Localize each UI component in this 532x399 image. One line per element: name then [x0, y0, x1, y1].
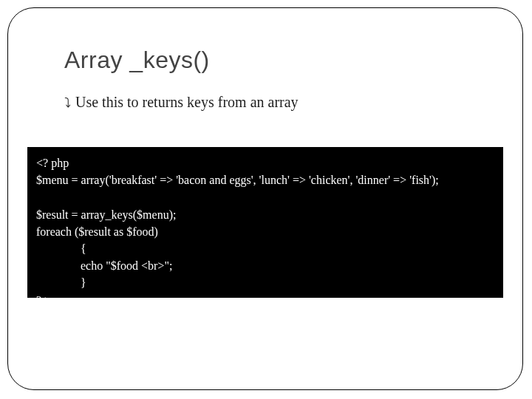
subtitle-text: Use this to returns keys from an array — [75, 94, 299, 111]
slide-frame: Array _keys() ⤵ Use this to returns keys… — [7, 7, 523, 390]
slide-title: Array _keys() — [64, 47, 210, 74]
bullet-icon: ⤵ — [64, 96, 71, 109]
code-line-4: $result = array_keys($menu); — [36, 208, 176, 221]
code-line-8: } — [36, 276, 86, 289]
subtitle-row: ⤵ Use this to returns keys from an array — [64, 94, 299, 111]
code-line-5: foreach ($result as $food) — [36, 225, 158, 238]
code-line-9: ? > — [36, 294, 51, 299]
code-line-6: { — [36, 242, 86, 255]
code-line-2: $menu = array('breakfast' => 'bacon and … — [36, 174, 439, 186]
code-line-1: <? php — [36, 157, 69, 169]
code-block: <? php $menu = array('breakfast' => 'bac… — [27, 147, 503, 298]
code-line-7: echo "$food <br>"; — [36, 259, 172, 272]
